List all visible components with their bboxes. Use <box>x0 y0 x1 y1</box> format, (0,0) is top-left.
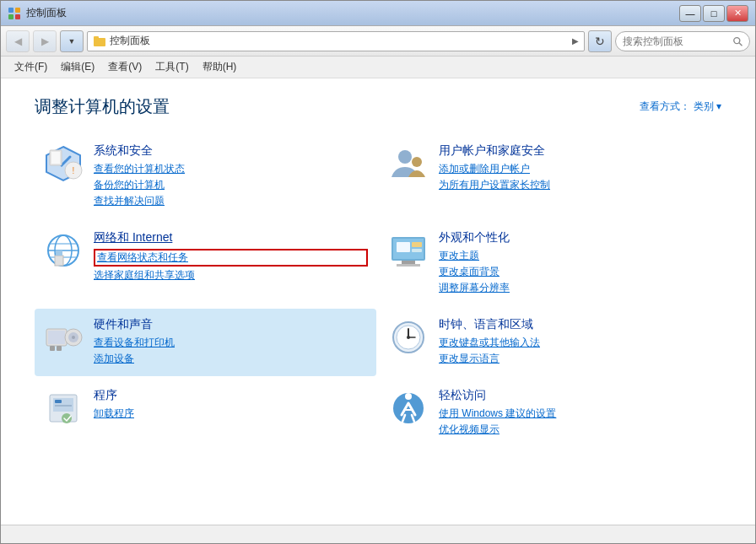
search-input[interactable] <box>623 35 729 47</box>
svg-rect-32 <box>48 331 65 344</box>
cp-item-user-accounts-header: 用户帐户和家庭安全 添加或删除用户帐户 为所有用户设置家长控制 <box>388 143 713 194</box>
cp-appearance-content: 外观和个性化 更改主题 更改桌面背景 调整屏幕分辨率 <box>439 230 713 297</box>
user-accounts-icon <box>388 143 429 184</box>
cp-ease-access-title: 轻松访问 <box>439 388 713 403</box>
svg-rect-36 <box>50 346 55 351</box>
hardware-sound-icon <box>43 317 84 358</box>
folder-icon <box>93 35 106 48</box>
cp-clock-language-link-1[interactable]: 更改显示语言 <box>439 352 713 366</box>
menu-view[interactable]: 查看(V) <box>101 57 148 77</box>
svg-rect-1 <box>15 8 20 13</box>
cp-item-programs[interactable]: 程序 卸载程序 <box>35 380 376 447</box>
cp-system-security-content: 系统和安全 查看您的计算机状态 备份您的计算机 查找并解决问题 <box>94 143 368 210</box>
svg-rect-46 <box>55 405 72 407</box>
search-box[interactable] <box>615 31 750 51</box>
cp-item-hardware-sound-header: 硬件和声音 查看设备和打印机 添加设备 <box>43 317 368 368</box>
cp-appearance-link-1[interactable]: 更改桌面背景 <box>439 265 713 279</box>
cp-item-network-internet[interactable]: 网络和 Internet 查看网络状态和任务 选择家庭组和共享选项 <box>35 222 376 305</box>
svg-rect-2 <box>8 14 14 19</box>
page-header: 调整计算机的设置 查看方式： 类别 ▾ <box>35 95 721 118</box>
cp-network-internet-content: 网络和 Internet 查看网络状态和任务 选择家庭组和共享选项 <box>94 230 368 284</box>
programs-icon <box>43 388 84 428</box>
cp-user-accounts-link-0[interactable]: 添加或删除用户帐户 <box>439 162 713 176</box>
svg-rect-45 <box>55 400 62 403</box>
title-bar-left: 控制面板 <box>8 6 67 20</box>
dropdown-button[interactable]: ▼ <box>60 30 84 52</box>
network-internet-icon <box>43 230 84 271</box>
cp-clock-language-title: 时钟、语言和区域 <box>439 317 713 332</box>
menu-tools[interactable]: 工具(T) <box>148 57 195 77</box>
control-panel-grid: ! 系统和安全 查看您的计算机状态 备份您的计算机 查找并解决问题 <box>35 135 721 447</box>
svg-rect-29 <box>402 261 415 264</box>
cp-item-programs-header: 程序 卸载程序 <box>43 388 368 428</box>
status-bar <box>1 525 755 543</box>
cp-item-ease-access-header: 轻松访问 使用 Windows 建议的设置 优化视频显示 <box>388 388 713 439</box>
cp-item-ease-access[interactable]: 轻松访问 使用 Windows 建议的设置 优化视频显示 <box>380 380 721 447</box>
cp-item-clock-language[interactable]: 时钟、语言和区域 更改键盘或其他输入法 更改显示语言 <box>380 309 721 376</box>
cp-item-appearance[interactable]: 外观和个性化 更改主题 更改桌面背景 调整屏幕分辨率 <box>380 222 721 305</box>
main-content: 调整计算机的设置 查看方式： 类别 ▾ <box>1 78 755 525</box>
address-separator: ▶ <box>572 36 579 46</box>
cp-ease-access-link-0[interactable]: 使用 Windows 建议的设置 <box>439 407 713 421</box>
close-button[interactable]: ✕ <box>726 5 748 22</box>
cp-user-accounts-link-1[interactable]: 为所有用户设置家长控制 <box>439 178 713 192</box>
page-title: 调整计算机的设置 <box>35 95 170 118</box>
cp-network-internet-link-1[interactable]: 选择家庭组和共享选项 <box>94 268 368 283</box>
svg-rect-12 <box>51 152 60 164</box>
minimize-button[interactable]: — <box>679 5 701 22</box>
refresh-button[interactable]: ↻ <box>588 30 612 52</box>
cp-hardware-sound-link-0[interactable]: 查看设备和打印机 <box>94 336 368 350</box>
cp-user-accounts-title: 用户帐户和家庭安全 <box>439 143 713 159</box>
cp-system-security-link-0[interactable]: 查看您的计算机状态 <box>94 162 368 176</box>
menu-file[interactable]: 文件(F) <box>8 57 54 77</box>
svg-line-8 <box>739 42 742 46</box>
clock-language-icon <box>388 317 429 358</box>
menu-help[interactable]: 帮助(H) <box>196 57 244 77</box>
cp-system-security-link-1[interactable]: 备份您的计算机 <box>94 178 368 192</box>
title-bar: 控制面板 — □ ✕ <box>1 1 755 26</box>
system-security-icon: ! <box>43 143 84 184</box>
cp-programs-content: 程序 卸载程序 <box>94 388 368 423</box>
svg-rect-22 <box>55 256 63 266</box>
forward-button[interactable]: ▶ <box>33 30 57 52</box>
cp-user-accounts-content: 用户帐户和家庭安全 添加或删除用户帐户 为所有用户设置家长控制 <box>439 143 713 194</box>
svg-rect-0 <box>8 8 14 13</box>
svg-rect-37 <box>57 346 62 351</box>
cp-appearance-link-0[interactable]: 更改主题 <box>439 249 713 263</box>
maximize-button[interactable]: □ <box>703 5 725 22</box>
cp-hardware-sound-link-1[interactable]: 添加设备 <box>94 352 368 366</box>
cp-item-hardware-sound[interactable]: 硬件和声音 查看设备和打印机 添加设备 <box>35 309 376 376</box>
cp-clock-language-link-0[interactable]: 更改键盘或其他输入法 <box>439 336 713 350</box>
cp-item-user-accounts[interactable]: 用户帐户和家庭安全 添加或删除用户帐户 为所有用户设置家长控制 <box>380 135 721 218</box>
svg-rect-3 <box>15 14 20 19</box>
svg-rect-23 <box>56 250 62 256</box>
cp-ease-access-content: 轻松访问 使用 Windows 建议的设置 优化视频显示 <box>439 388 713 439</box>
svg-point-7 <box>733 37 739 43</box>
svg-rect-30 <box>397 264 420 267</box>
svg-point-47 <box>62 413 72 423</box>
cp-appearance-link-2[interactable]: 调整屏幕分辨率 <box>439 281 713 295</box>
cp-system-security-title: 系统和安全 <box>94 143 368 159</box>
address-text: 控制面板 <box>110 34 569 48</box>
svg-point-35 <box>72 336 75 339</box>
cp-hardware-sound-content: 硬件和声音 查看设备和打印机 添加设备 <box>94 317 368 368</box>
cp-item-clock-language-header: 时钟、语言和区域 更改键盘或其他输入法 更改显示语言 <box>388 317 713 368</box>
cp-system-security-link-2[interactable]: 查找并解决问题 <box>94 194 368 208</box>
menu-bar: 文件(F) 编辑(E) 查看(V) 工具(T) 帮助(H) <box>1 57 755 78</box>
address-field[interactable]: 控制面板 ▶ <box>87 31 585 51</box>
ease-access-icon <box>388 388 429 428</box>
svg-text:!: ! <box>73 166 75 175</box>
back-button[interactable]: ◀ <box>6 30 30 52</box>
cp-item-system-security-header: ! 系统和安全 查看您的计算机状态 备份您的计算机 查找并解决问题 <box>43 143 368 210</box>
cp-item-system-security[interactable]: ! 系统和安全 查看您的计算机状态 备份您的计算机 查找并解决问题 <box>35 135 376 218</box>
svg-point-42 <box>407 336 410 339</box>
cp-network-internet-link-0[interactable]: 查看网络状态和任务 <box>94 249 368 267</box>
svg-point-15 <box>398 150 412 164</box>
cp-clock-language-content: 时钟、语言和区域 更改键盘或其他输入法 更改显示语言 <box>439 317 713 368</box>
view-mode-selector[interactable]: 查看方式： 类别 ▾ <box>640 100 721 114</box>
menu-edit[interactable]: 编辑(E) <box>54 57 101 77</box>
search-icon <box>732 35 742 47</box>
cp-programs-link-0[interactable]: 卸载程序 <box>94 407 368 421</box>
svg-point-16 <box>412 157 422 167</box>
cp-ease-access-link-1[interactable]: 优化视频显示 <box>439 423 713 437</box>
